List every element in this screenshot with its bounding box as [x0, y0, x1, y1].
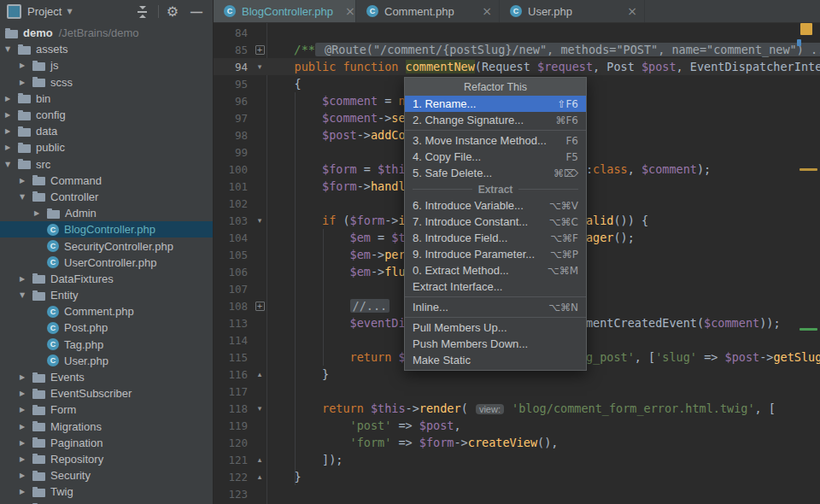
tree-item-scss[interactable]: ▶scss [0, 74, 213, 91]
tree-item-comment-php[interactable]: CComment.php [0, 303, 213, 319]
hide-panel-icon[interactable]: — [190, 5, 202, 19]
tab-user-php[interactable]: CUser.php× [500, 0, 645, 22]
expand-arrow-icon[interactable]: ▶ [5, 111, 18, 119]
menu-item-extract-interface[interactable]: Extract Interface... [405, 278, 586, 295]
close-icon[interactable]: × [482, 4, 492, 18]
tree-item-config[interactable]: ▶config [0, 107, 213, 123]
tree-item-src[interactable]: ▼src [0, 156, 213, 173]
menu-item-pull-members-up[interactable]: Pull Members Up... [405, 319, 586, 336]
tree-item-blogcontroller-php[interactable]: CBlogController.php [0, 221, 213, 237]
fold-open-icon[interactable]: ▾ [253, 216, 266, 225]
tree-item-entity[interactable]: ▼Entity [0, 287, 213, 303]
tree-item-bin[interactable]: ▶bin [0, 91, 213, 107]
tree-item-pagination[interactable]: ▶Pagination [0, 435, 213, 451]
chevron-down-icon[interactable]: ▼ [67, 8, 72, 15]
fold-close-icon[interactable]: ▴ [253, 455, 266, 464]
collapse-all-icon[interactable] [135, 6, 150, 18]
expand-arrow-icon[interactable]: ▶ [20, 423, 32, 431]
code-text[interactable]: return $this->render( view: 'blog/commen… [266, 401, 776, 415]
tree-item-repository[interactable]: ▶Repository [0, 451, 213, 467]
menu-item-1-rename[interactable]: 1. Rename...⇧F6 [405, 96, 586, 112]
fold-close-icon[interactable]: ▴ [253, 370, 266, 378]
expand-arrow-icon[interactable]: ▶ [20, 455, 32, 463]
fold-plus-icon[interactable]: + [253, 302, 266, 311]
menu-item-3-move-instance-method[interactable]: 3. Move Instance Method...F6 [405, 132, 586, 149]
expand-arrow-icon[interactable]: ▶ [20, 488, 32, 495]
menu-item-7-introduce-constant[interactable]: 7. Introduce Constant...⌥⌘C [405, 214, 586, 230]
expand-arrow-icon[interactable]: ▼ [20, 193, 32, 201]
tree-item-tag-php[interactable]: CTag.php [0, 337, 213, 353]
fold-plus-icon[interactable]: + [253, 45, 266, 55]
expand-arrow-icon[interactable]: ▶ [20, 390, 32, 397]
tree-item-eventsubscriber[interactable]: ▶EventSubscriber [0, 385, 213, 401]
fold-open-icon[interactable]: ▾ [253, 404, 266, 413]
expand-arrow-icon[interactable]: ▶ [20, 79, 32, 86]
expand-arrow-icon[interactable]: ▶ [20, 439, 32, 447]
expand-arrow-icon[interactable]: ▶ [20, 62, 32, 69]
tree-item-label: Controller [50, 190, 98, 203]
expand-arrow-icon[interactable]: ▼ [20, 291, 32, 299]
tree-item-demo[interactable]: demo/JetBrains/demo [0, 25, 213, 41]
menu-item-4-copy-file[interactable]: 4. Copy File...F5 [405, 149, 586, 165]
close-icon[interactable]: × [627, 4, 637, 18]
ok-dash-marker [800, 328, 817, 331]
tree-item-controller[interactable]: ▼Controller [0, 189, 213, 205]
expand-arrow-icon[interactable]: ▼ [5, 161, 18, 168]
tree-item-migrations[interactable]: ▶Migrations [0, 419, 213, 435]
expand-arrow-icon[interactable]: ▶ [20, 373, 32, 381]
code-text[interactable]: { [266, 77, 302, 91]
code-text[interactable]: public function commentNew(Request $requ… [266, 60, 820, 73]
tree-item-usercontroller-php[interactable]: CUserController.php [0, 255, 213, 271]
tab-blogcontroller-php[interactable]: CBlogController.php× [214, 0, 356, 22]
expand-arrow-icon[interactable]: ▼ [5, 45, 18, 53]
tree-item-events[interactable]: ▶Events [0, 369, 213, 385]
code-text[interactable]: 'form' => $form->createView(), [266, 436, 558, 449]
line-number: 106 [214, 266, 253, 278]
tree-item-twig[interactable]: ▶Twig [0, 483, 213, 500]
tree-item-security[interactable]: ▶Security [0, 467, 213, 483]
fold-close-icon[interactable]: ▴ [253, 472, 266, 481]
fold-open-icon[interactable]: ▾ [253, 62, 266, 71]
tree-item-command[interactable]: ▶Command [0, 173, 213, 189]
expand-arrow-icon[interactable]: ▶ [5, 144, 18, 151]
menu-item-8-introduce-field[interactable]: 8. Introduce Field...⌥⌘F [405, 230, 586, 246]
tree-item-utils[interactable]: ▶Utils [0, 500, 213, 504]
folder-icon [32, 79, 45, 87]
settings-gear-icon[interactable]: ⚙ [167, 5, 179, 19]
menu-item-0-extract-method[interactable]: 0. Extract Method...⌥⌘M [405, 262, 586, 278]
tree-item-assets[interactable]: ▼assets [0, 41, 213, 57]
tree-item-js[interactable]: ▶js [0, 57, 213, 73]
menu-item-5-safe-delete[interactable]: 5. Safe Delete...⌘⌦ [405, 165, 586, 181]
expand-arrow-icon[interactable]: ▶ [20, 472, 32, 479]
close-icon[interactable]: × [345, 4, 355, 18]
menu-item-push-members-down[interactable]: Push Members Down... [405, 336, 586, 352]
line-number: 114 [214, 334, 253, 347]
code-text[interactable]: //... [266, 299, 390, 313]
menu-item-6-introduce-variable[interactable]: 6. Introduce Variable...⌥⌘V [405, 197, 586, 214]
tree-item-public[interactable]: ▶public [0, 139, 213, 155]
menu-item-inline[interactable]: Inline...⌥⌘N [405, 299, 586, 315]
expand-arrow-icon[interactable]: ▶ [34, 209, 47, 217]
expand-arrow-icon[interactable]: ▶ [20, 177, 32, 185]
tree-item-securitycontroller-php[interactable]: CSecurityController.php [0, 237, 213, 254]
tree-item-form[interactable]: ▶Form [0, 401, 213, 418]
code-text[interactable]: } [266, 367, 329, 381]
tree-item-admin[interactable]: ▶Admin [0, 205, 213, 221]
code-text[interactable]: ]); [266, 453, 343, 466]
tree-item-post-php[interactable]: CPost.php [0, 319, 213, 336]
tab-comment-php[interactable]: CComment.php× [356, 0, 500, 22]
expand-arrow-icon[interactable]: ▶ [20, 406, 32, 413]
menu-item-9-introduce-parameter[interactable]: 9. Introduce Parameter...⌥⌘P [405, 246, 586, 262]
tree-item-datafixtures[interactable]: ▶DataFixtures [0, 271, 213, 287]
tree-item-data[interactable]: ▶data [0, 123, 213, 139]
expand-arrow-icon[interactable]: ▶ [20, 275, 32, 283]
expand-arrow-icon[interactable]: ▶ [5, 95, 18, 103]
tree-item-user-php[interactable]: CUser.php [0, 353, 213, 369]
menu-item-2-change-signature[interactable]: 2. Change Signature...⌘F6 [405, 112, 586, 128]
menu-item-label: 0. Extract Method... [413, 264, 548, 277]
code-text[interactable]: } [266, 470, 302, 483]
expand-arrow-icon[interactable]: ▶ [5, 127, 18, 135]
code-text[interactable]: 'post' => $post, [266, 419, 461, 432]
menu-item-make-static[interactable]: Make Static [405, 352, 586, 368]
code-text[interactable]: /** @Route("/comment/{postSlug}/new", me… [266, 43, 820, 56]
